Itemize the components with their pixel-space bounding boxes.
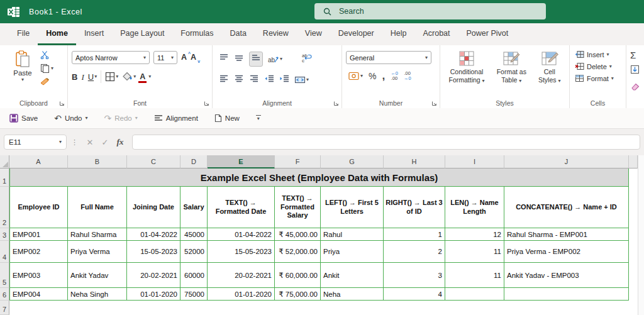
cell-D3[interactable]: 45000 <box>180 228 208 241</box>
conditional-formatting-button[interactable]: Conditional Formatting ▾ <box>449 49 485 84</box>
header-cell-D2[interactable]: Salary <box>180 187 208 228</box>
top-align-button[interactable] <box>219 53 229 65</box>
header-cell-F2[interactable]: TEXT() → Formatted Salary <box>275 187 321 228</box>
insert-function-button[interactable]: fx <box>113 137 128 147</box>
cell-G6[interactable]: Neha <box>321 288 384 301</box>
cell-H4[interactable]: 2 <box>384 241 445 263</box>
decrease-decimal-button[interactable]: .00→0 <box>404 71 411 82</box>
cell-G3[interactable]: Rahul <box>321 228 384 241</box>
tab-home[interactable]: Home <box>38 23 76 45</box>
cell-H6[interactable]: 4 <box>384 288 445 301</box>
header-cell-C2[interactable]: Joining Date <box>127 187 180 228</box>
tab-page-layout[interactable]: Page Layout <box>112 23 172 45</box>
cell-J4[interactable]: Priya Verma - EMP002 <box>504 241 629 263</box>
wrap-text-button[interactable]: ab c <box>301 53 312 65</box>
column-header-G[interactable]: G <box>321 155 384 169</box>
sheet-title-cell[interactable]: Example Excel Sheet (Employee Data with … <box>9 169 629 187</box>
delete-cells-button[interactable]: Delete ▾ <box>575 62 626 70</box>
cell-C3[interactable]: 01-04-2022 <box>127 228 180 241</box>
column-header-J[interactable]: J <box>504 155 629 169</box>
fill-button[interactable] <box>630 65 644 77</box>
cell-I6[interactable] <box>445 288 504 301</box>
increase-decimal-button[interactable]: ←0.00 <box>391 71 398 82</box>
row-header-1[interactable]: 1 <box>0 169 9 187</box>
cell-B4[interactable]: Priya Verma <box>68 241 127 263</box>
cell-A5[interactable]: EMP003 <box>9 263 68 288</box>
formula-bar-handle[interactable]: ⋮ <box>71 138 78 146</box>
cell-E4[interactable]: 15-05-2023 <box>208 241 275 263</box>
font-name-combo[interactable]: Aptos Narrow ▾ <box>72 51 150 64</box>
header-cell-I2[interactable]: LEN() → Name Length <box>445 187 504 228</box>
empty-row[interactable] <box>9 301 629 315</box>
cell-C4[interactable]: 15-05-2023 <box>127 241 180 263</box>
cell-styles-button[interactable]: Cell Styles ▾ <box>538 49 561 84</box>
header-cell-H2[interactable]: RIGHT() → Last 3 of ID <box>384 187 445 228</box>
dialog-launcher-icon[interactable] <box>431 101 437 106</box>
cell-B6[interactable]: Neha Singh <box>68 288 127 301</box>
cell-E6[interactable]: 01-01-2020 <box>208 288 275 301</box>
column-header-H[interactable]: H <box>384 155 445 169</box>
row-header-3[interactable]: 3 <box>0 228 9 241</box>
bottom-align-button[interactable] <box>249 52 263 67</box>
cell-D4[interactable]: 52000 <box>180 241 208 263</box>
tab-formulas[interactable]: Formulas <box>172 23 221 45</box>
save-button[interactable]: Save <box>9 114 38 123</box>
format-cells-button[interactable]: Format ▾ <box>575 74 626 82</box>
select-all-corner[interactable] <box>0 155 9 169</box>
cell-F4[interactable]: ₹ 52,000.00 <box>275 241 321 263</box>
vertical-scrollbar[interactable] <box>638 155 644 315</box>
cell-E3[interactable]: 01-04-2022 <box>208 228 275 241</box>
row-header-2[interactable]: 2 <box>0 187 9 228</box>
cell-D6[interactable]: 75000 <box>180 288 208 301</box>
cell-H5[interactable]: 3 <box>384 263 445 288</box>
cell-G4[interactable]: Priya <box>321 241 384 263</box>
align-center-button[interactable] <box>234 74 244 86</box>
tab-review[interactable]: Review <box>255 23 297 45</box>
cell-F5[interactable]: ₹ 60,000.00 <box>275 263 321 288</box>
alignment-qat-button[interactable]: Alignment <box>154 114 198 122</box>
autosum-button[interactable]: Σ <box>630 50 644 60</box>
format-painter-button[interactable] <box>40 77 53 86</box>
tab-power-pivot[interactable]: Power Pivot <box>458 23 517 45</box>
column-header-I[interactable]: I <box>445 155 504 169</box>
column-header-B[interactable]: B <box>68 155 127 169</box>
column-header-C[interactable]: C <box>127 155 180 169</box>
cell-J5[interactable]: Ankit Yadav - EMP003 <box>504 263 629 288</box>
merge-center-button[interactable]: ▾ <box>294 75 309 84</box>
cut-button[interactable] <box>40 50 53 59</box>
font-color-button[interactable]: A ▾ <box>140 73 151 81</box>
enter-button[interactable]: ✓ <box>97 138 113 147</box>
tab-insert[interactable]: Insert <box>76 23 112 45</box>
cell-J3[interactable]: Rahul Sharma - EMP001 <box>504 228 629 241</box>
cell-F6[interactable]: ₹ 75,000.00 <box>275 288 321 301</box>
header-cell-E2[interactable]: TEXT() → Formatted Date <box>208 187 275 228</box>
cell-A3[interactable]: EMP001 <box>9 228 68 241</box>
search-box[interactable]: Search <box>314 3 546 19</box>
number-format-combo[interactable]: General ▾ <box>346 51 431 64</box>
format-as-table-button[interactable]: Format as Table ▾ <box>497 49 526 84</box>
orientation-button[interactable]: ab ▾ <box>268 55 282 64</box>
cell-G5[interactable]: Ankit <box>321 263 384 288</box>
header-cell-B2[interactable]: Full Name <box>68 187 127 228</box>
tab-developer[interactable]: Developer <box>330 23 382 45</box>
dialog-launcher-icon[interactable] <box>59 101 65 106</box>
cell-E5[interactable]: 20-02-2021 <box>208 263 275 288</box>
tab-data[interactable]: Data <box>221 23 254 45</box>
increase-font-size-button[interactable]: A^ <box>181 53 187 62</box>
name-box[interactable]: E11 ▾ <box>4 135 67 150</box>
cancel-button[interactable]: ✕ <box>82 138 97 147</box>
underline-button[interactable]: U ▾ <box>88 73 97 81</box>
borders-button[interactable]: ▾ <box>105 72 118 82</box>
dialog-launcher-icon[interactable] <box>204 101 209 106</box>
clear-button[interactable] <box>630 82 644 93</box>
cell-I5[interactable]: 11 <box>445 263 504 288</box>
row-header-4[interactable]: 4 <box>0 241 9 263</box>
row-header-6[interactable]: 6 <box>0 288 9 301</box>
column-header-F[interactable]: F <box>275 155 321 169</box>
insert-cells-button[interactable]: Insert ▾ <box>575 50 626 58</box>
percent-style-button[interactable]: % <box>369 71 376 81</box>
undo-button[interactable]: ↶ Undo ▾ <box>54 114 87 123</box>
column-header-partial[interactable] <box>629 155 638 169</box>
cell-F3[interactable]: ₹ 45,000.00 <box>275 228 321 241</box>
decrease-indent-button[interactable] <box>264 74 274 86</box>
